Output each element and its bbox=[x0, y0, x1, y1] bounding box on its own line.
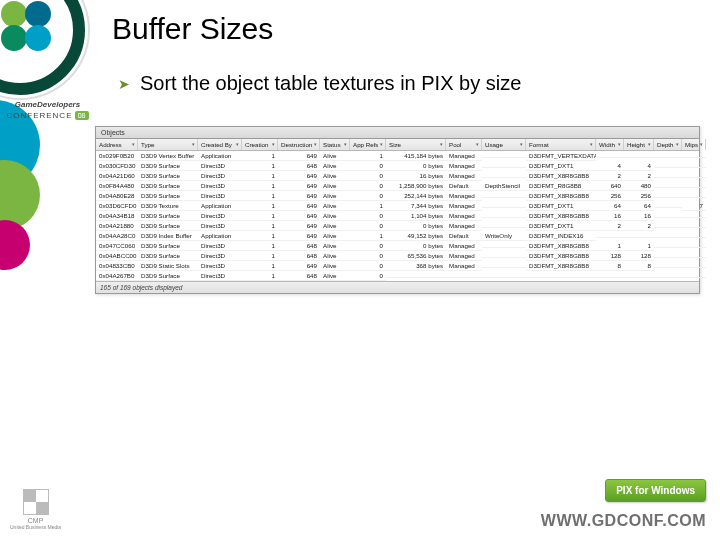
pix-object-table-screenshot: Objects AddressTypeCreated ByCreationDes… bbox=[95, 126, 700, 294]
col-width: Width bbox=[596, 139, 624, 150]
col-pool: Pool bbox=[446, 139, 482, 150]
cmp-sub: United Business Media bbox=[10, 525, 61, 531]
pix-for-windows-badge: PIX for Windows bbox=[605, 479, 706, 502]
table-row: 0x04AA28C0D3D9 Index BufferApplication16… bbox=[96, 231, 699, 241]
col-size: Size bbox=[386, 139, 446, 150]
col-created-by: Created By bbox=[198, 139, 242, 150]
col-destruction: Destruction bbox=[278, 139, 320, 150]
pix-header-row: AddressTypeCreated ByCreationDestruction… bbox=[96, 139, 699, 151]
bullet-icon: ➤ bbox=[118, 76, 130, 92]
table-row: 0x0F84A480D3D9 SurfaceDirect3D1649Alive0… bbox=[96, 181, 699, 191]
col-status: Status bbox=[320, 139, 350, 150]
bullet-row: ➤ Sort the object table textures in PIX … bbox=[118, 72, 521, 95]
conference-year: 08 bbox=[75, 111, 89, 120]
table-row: 0x030CFD30D3D9 SurfaceDirect3D1648Alive0… bbox=[96, 161, 699, 171]
table-row: 0x047CC060D3D9 SurfaceDirect3D1648Alive0… bbox=[96, 241, 699, 251]
slide-side-graphic: GameDevelopers CONFERENCE 08 bbox=[0, 0, 90, 540]
conference-name: GameDevelopers bbox=[15, 100, 80, 109]
slide-title: Buffer Sizes bbox=[112, 12, 273, 46]
table-row: 0x04A267B0D3D9 SurfaceDirect3D1648Alive0 bbox=[96, 271, 699, 281]
pix-body: 0x029F0B20D3D9 Vertex BufferApplication1… bbox=[96, 151, 699, 281]
table-row: 0x04ABCC00D3D9 SurfaceDirect3D1648Alive0… bbox=[96, 251, 699, 261]
col-format: Format bbox=[526, 139, 596, 150]
conference-sub: CONFERENCE bbox=[6, 111, 72, 120]
table-row: 0x03D6CFD0D3D9 TextureApplication1649Ali… bbox=[96, 201, 699, 211]
col-depth: Depth bbox=[654, 139, 682, 150]
col-creation: Creation bbox=[242, 139, 278, 150]
clover-logo bbox=[0, 0, 55, 55]
col-height: Height bbox=[624, 139, 654, 150]
table-row: 0x04A21D60D3D9 SurfaceDirect3D1649Alive0… bbox=[96, 171, 699, 181]
col-mips: Mips bbox=[682, 139, 706, 150]
bullet-text: Sort the object table textures in PIX by… bbox=[140, 72, 521, 95]
table-row: 0x04833CB0D3D9 Static SlotsDirect3D1649A… bbox=[96, 261, 699, 271]
gdconf-url: WWW.GDCONF.COM bbox=[541, 512, 706, 530]
col-address: Address bbox=[96, 139, 138, 150]
table-row: 0x029F0B20D3D9 Vertex BufferApplication1… bbox=[96, 151, 699, 161]
conference-badge: GameDevelopers CONFERENCE 08 bbox=[5, 100, 90, 120]
pix-status-bar: 165 of 169 objects displayed bbox=[96, 281, 699, 293]
table-row: 0x04A21880D3D9 SurfaceDirect3D1649Alive0… bbox=[96, 221, 699, 231]
col-type: Type bbox=[138, 139, 198, 150]
table-row: 0x04A80E28D3D9 SurfaceDirect3D1649Alive0… bbox=[96, 191, 699, 201]
cmp-logo bbox=[23, 489, 49, 515]
col-app-refs: App Refs bbox=[350, 139, 386, 150]
decor-circle bbox=[0, 220, 30, 270]
col-usage: Usage bbox=[482, 139, 526, 150]
table-row: 0x04A34B18D3D9 SurfaceDirect3D1649Alive0… bbox=[96, 211, 699, 221]
cmp-footer: CMP United Business Media bbox=[10, 489, 61, 530]
pix-tab: Objects bbox=[96, 127, 699, 139]
